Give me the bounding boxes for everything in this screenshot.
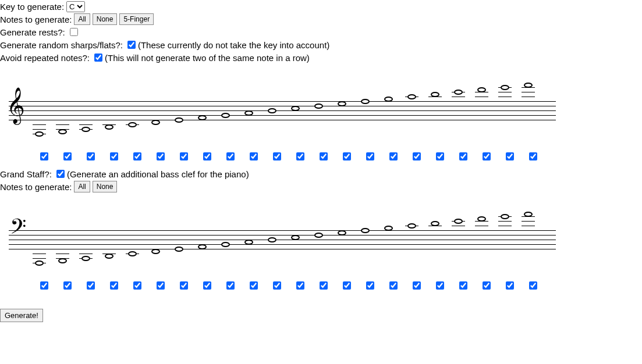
none-button-top[interactable]: None xyxy=(93,13,118,25)
whole-note xyxy=(151,120,160,125)
whole-note xyxy=(431,92,439,97)
whole-note xyxy=(175,247,183,252)
note-checkbox[interactable] xyxy=(529,281,537,290)
whole-note xyxy=(524,83,533,88)
whole-note xyxy=(58,129,67,134)
bass-staff-block: 𝄢 xyxy=(0,207,642,291)
note-checkbox[interactable] xyxy=(413,281,421,290)
whole-note xyxy=(338,230,346,235)
notes-bottom-label: Notes to generate: xyxy=(0,182,72,192)
treble-staff-block: 𝄞 xyxy=(0,78,642,162)
note-checkbox[interactable] xyxy=(296,281,304,290)
note-checkbox[interactable] xyxy=(180,281,188,290)
whole-note xyxy=(105,124,113,130)
whole-note xyxy=(244,110,253,116)
note-checkbox[interactable] xyxy=(459,281,467,290)
whole-note xyxy=(221,113,230,118)
note-checkbox[interactable] xyxy=(343,281,351,290)
note-checkbox[interactable] xyxy=(506,281,514,290)
whole-note xyxy=(314,104,323,109)
note-checkbox[interactable] xyxy=(110,281,118,290)
whole-note xyxy=(151,249,160,254)
treble-note-checkboxes xyxy=(32,151,642,162)
note-checkbox[interactable] xyxy=(87,281,95,290)
note-checkbox[interactable] xyxy=(296,152,304,160)
note-checkbox[interactable] xyxy=(40,281,48,290)
note-checkbox[interactable] xyxy=(529,152,537,160)
accidentals-checkbox[interactable] xyxy=(127,41,136,49)
note-checkbox[interactable] xyxy=(273,152,281,160)
notes-top-label: Notes to generate: xyxy=(0,15,72,24)
note-checkbox[interactable] xyxy=(320,152,328,160)
note-checkbox[interactable] xyxy=(87,152,95,160)
note-checkbox[interactable] xyxy=(320,281,328,290)
note-checkbox[interactable] xyxy=(226,152,235,160)
note-checkbox[interactable] xyxy=(389,152,398,160)
accidentals-hint: (These currently do not take the key int… xyxy=(138,40,329,50)
whole-note xyxy=(221,242,230,247)
whole-note xyxy=(431,221,439,226)
treble-clef-icon: 𝄞 xyxy=(6,89,25,120)
grand-staff-label: Grand Staff?: xyxy=(0,169,52,179)
avoid-repeat-checkbox[interactable] xyxy=(94,53,102,62)
note-checkbox[interactable] xyxy=(273,281,281,290)
note-checkbox[interactable] xyxy=(203,152,211,160)
note-checkbox[interactable] xyxy=(413,152,421,160)
note-checkbox[interactable] xyxy=(250,281,258,290)
whole-note xyxy=(198,115,207,120)
note-checkbox[interactable] xyxy=(226,281,235,290)
note-checkbox[interactable] xyxy=(483,152,491,160)
whole-note xyxy=(361,228,370,233)
whole-note xyxy=(175,117,183,123)
whole-note xyxy=(314,233,323,238)
whole-note xyxy=(407,94,416,99)
whole-note xyxy=(128,122,137,127)
whole-note xyxy=(81,127,90,132)
none-button-bottom[interactable]: None xyxy=(93,181,118,192)
note-checkbox[interactable] xyxy=(366,152,374,160)
note-checkbox[interactable] xyxy=(157,281,165,290)
bass-clef-icon: 𝄢 xyxy=(10,216,26,242)
whole-note xyxy=(407,223,416,229)
key-select[interactable]: C xyxy=(66,1,85,12)
note-checkbox[interactable] xyxy=(366,281,374,290)
note-checkbox[interactable] xyxy=(180,152,188,160)
note-checkbox[interactable] xyxy=(133,152,141,160)
note-checkbox[interactable] xyxy=(436,152,444,160)
note-checkbox[interactable] xyxy=(459,152,467,160)
accidentals-label: Generate random sharps/flats?: xyxy=(0,40,123,50)
whole-note xyxy=(291,106,300,111)
note-checkbox[interactable] xyxy=(389,281,398,290)
whole-note xyxy=(268,108,276,113)
grand-staff-checkbox[interactable] xyxy=(56,170,65,178)
grand-staff-hint: (Generate an additional bass clef for th… xyxy=(67,169,249,179)
whole-note xyxy=(477,87,486,92)
rests-checkbox[interactable] xyxy=(70,28,78,36)
whole-note xyxy=(198,244,207,249)
note-checkbox[interactable] xyxy=(203,281,211,290)
whole-note xyxy=(361,99,370,104)
note-checkbox[interactable] xyxy=(250,152,258,160)
avoid-repeat-hint: (This will not generate two of the same … xyxy=(105,53,310,63)
note-checkbox[interactable] xyxy=(506,152,514,160)
all-button-top[interactable]: All xyxy=(74,13,90,25)
note-checkbox[interactable] xyxy=(157,152,165,160)
note-checkbox[interactable] xyxy=(40,152,48,160)
five-finger-button[interactable]: 5-Finger xyxy=(119,13,154,25)
whole-note xyxy=(35,260,44,266)
whole-note xyxy=(501,214,509,219)
note-checkbox[interactable] xyxy=(110,152,118,160)
whole-note xyxy=(268,237,276,242)
whole-note xyxy=(338,101,346,106)
note-checkbox[interactable] xyxy=(436,281,444,290)
note-checkbox[interactable] xyxy=(63,152,72,160)
note-checkbox[interactable] xyxy=(63,281,72,290)
whole-note xyxy=(454,90,463,95)
all-button-bottom[interactable]: All xyxy=(74,181,90,192)
whole-note xyxy=(384,97,393,102)
whole-note xyxy=(454,219,463,224)
note-checkbox[interactable] xyxy=(133,281,141,290)
note-checkbox[interactable] xyxy=(343,152,351,160)
generate-button[interactable]: Generate! xyxy=(0,309,43,322)
note-checkbox[interactable] xyxy=(483,281,491,290)
